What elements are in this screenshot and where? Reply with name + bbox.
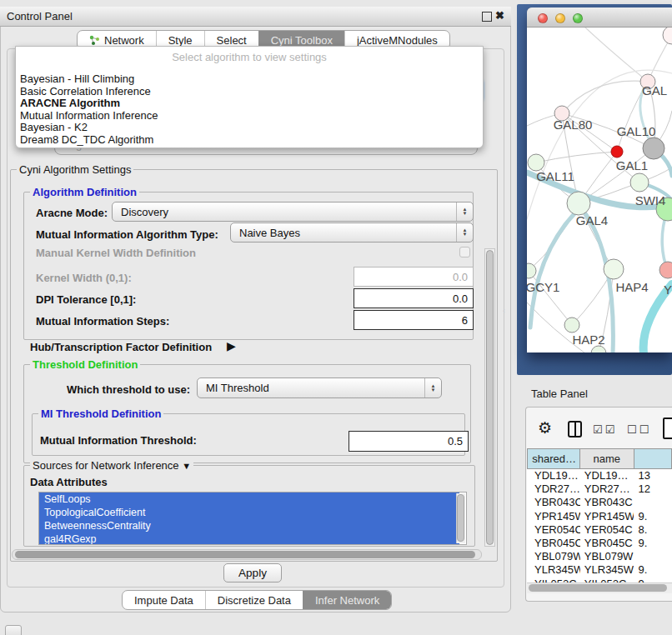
tab-infer-network[interactable]: Infer Network	[303, 591, 391, 609]
table-cell: YDR27…	[580, 482, 634, 496]
gear-icon[interactable]: ⚙	[538, 418, 552, 438]
which-threshold-select[interactable]: MI Threshold ▲▼	[197, 378, 442, 398]
table-cell: 9.	[634, 537, 672, 550]
traffic-light-zoom[interactable]	[573, 13, 583, 23]
which-threshold-label: Which threshold to use:	[67, 383, 190, 396]
table-cell: YLR345W	[580, 563, 634, 577]
dropdown-item[interactable]: Bayesian - K2	[20, 121, 88, 133]
network-node-GAL11[interactable]	[528, 154, 544, 171]
dropdown-item[interactable]: Mutual Information Inference	[20, 109, 158, 122]
node-label-GAL80: GAL80	[554, 118, 593, 132]
table-cell: YBR045C	[580, 537, 634, 550]
dpi-tolerance-input[interactable]: 0.0	[354, 288, 474, 308]
table-hscrollbar-thumb[interactable]	[529, 584, 667, 592]
tab-label: Impute Data	[134, 594, 193, 607]
manual-kernel-label: Manual Kernel Width Definition	[36, 247, 196, 259]
attribute-item[interactable]: BetweennessCentrality	[39, 519, 459, 532]
node-label-Y: Y	[664, 282, 672, 297]
attributes-list-scrollbar-thumb[interactable]	[457, 494, 464, 542]
network-node-GAL1[interactable]	[630, 173, 649, 192]
control-panel-title: Control Panel	[7, 10, 73, 22]
data-attributes-list[interactable]: SelfLoopsTopologicalCoefficientBetweenne…	[38, 492, 467, 545]
algorithm-definition-title: Algorithm Definition	[30, 186, 139, 198]
table-row[interactable]: YER054CYER054C8.	[527, 523, 672, 537]
table-row[interactable]: YBR043CYBR043C	[527, 496, 672, 509]
deselect-all-checkboxes-icon[interactable]: ☐☐	[627, 423, 651, 436]
network-node[interactable]	[611, 146, 623, 158]
attribute-item[interactable]: SelfLoops	[39, 492, 459, 506]
dropdown-item[interactable]: Dream8 DC_TDC Algorithm	[20, 133, 153, 146]
mi-threshold-input[interactable]: 0.5	[349, 431, 469, 452]
stepper-icon: ▲▼	[456, 223, 473, 242]
tab-label: Style	[168, 34, 193, 47]
stepper-icon: ▲▼	[424, 378, 441, 398]
network-node-GAL4[interactable]	[567, 192, 590, 215]
sources-collapse-arrow-icon[interactable]: ▼	[182, 461, 191, 471]
control-panel-titlebar[interactable]	[0, 7, 511, 27]
dropdown-item[interactable]: ARACNE Algorithm	[20, 97, 120, 109]
hub-section-label: Hub/Transcription Factor Definition	[30, 341, 212, 353]
table-cell: YBR043C	[527, 496, 580, 509]
table-row[interactable]: YBL079WYBL079W	[527, 550, 672, 563]
network-node-HAP4[interactable]	[604, 259, 624, 279]
bottom-left-mini-icon[interactable]	[5, 625, 22, 635]
table-row[interactable]: YLR345WYLR345W9.	[527, 563, 672, 577]
network-edge	[585, 28, 648, 82]
columns-icon[interactable]	[568, 421, 582, 438]
aracne-mode-label: Aracne Mode:	[36, 207, 108, 219]
traffic-light-minimize[interactable]	[555, 13, 565, 23]
table-cell: YBL079W	[580, 550, 634, 563]
close-panel-icon[interactable]: ✖	[495, 9, 504, 22]
table-row[interactable]: YDL19…YDL19…13	[527, 469, 672, 482]
traffic-light-close[interactable]	[538, 13, 548, 23]
table-cell: YBR045C	[527, 537, 580, 550]
network-node[interactable]	[591, 346, 606, 352]
network-window-titlebar[interactable]	[527, 8, 672, 28]
table-cell: YBR043C	[580, 496, 634, 509]
mi-steps-input[interactable]: 6	[354, 310, 474, 330]
float-window-button[interactable]	[482, 12, 492, 22]
algorithm-dropdown-popup: Select algorithm to view settings Bayesi…	[15, 46, 484, 148]
mi-threshold-group-title: MI Threshold Definition	[38, 408, 163, 420]
attribute-item[interactable]: gal4RGexp	[39, 532, 459, 545]
table-header-row: shared…name	[527, 448, 672, 469]
network-canvas[interactable]: GALGAL80GAL10GAL1GAL11GAL4SWI4GCY1HAP4YH…	[527, 28, 672, 352]
settings-hscrollbar-thumb[interactable]	[15, 551, 475, 558]
node-label-HAP2: HAP2	[572, 332, 604, 347]
sources-title-text: Sources for Network Inference	[33, 459, 179, 472]
export-table-icon[interactable]	[663, 418, 672, 439]
tab-impute-data[interactable]: Impute Data	[123, 591, 205, 609]
apply-button[interactable]: Apply	[223, 563, 282, 582]
table-row[interactable]: YPR145WYPR145W9.	[527, 510, 672, 523]
bottom-tab-bar: Impute DataDiscretize DataInfer Network	[122, 590, 392, 610]
settings-vscrollbar-thumb[interactable]	[486, 250, 494, 545]
kernel-width-input[interactable]: 0.0	[354, 267, 474, 287]
dropdown-item[interactable]: Basic Correlation Inference	[20, 85, 151, 98]
table-row[interactable]: YBR045CYBR045C9.	[527, 537, 672, 550]
network-node[interactable]	[663, 28, 672, 44]
table-cell: YDL19…	[527, 469, 580, 482]
network-node-HAP2[interactable]	[564, 318, 579, 332]
table-cell: YPR145W	[527, 510, 580, 523]
kernel-width-label: Kernel Width (0,1):	[36, 272, 132, 284]
table-row[interactable]: YDR27…YDR27…12	[527, 482, 672, 496]
network-node-Y[interactable]	[659, 262, 672, 278]
column-header[interactable]: shared…	[527, 448, 580, 469]
node-label-GAL: GAL	[642, 83, 667, 98]
table-cell: YLR345W	[527, 563, 580, 577]
mi-algorithm-type-value: Naive Bayes	[231, 227, 456, 239]
aracne-mode-select[interactable]: Discovery ▲▼	[112, 202, 474, 222]
hub-expand-arrow-icon[interactable]: ▶	[227, 339, 236, 352]
network-edge	[562, 81, 648, 113]
column-header[interactable]: name	[580, 448, 634, 469]
node-label-GAL11: GAL11	[536, 169, 574, 183]
tab-discretize-data[interactable]: Discretize Data	[205, 591, 303, 609]
select-all-checkboxes-icon[interactable]: ☑☑	[593, 423, 617, 436]
attribute-item[interactable]: TopologicalCoefficient	[39, 506, 459, 519]
column-header[interactable]	[634, 448, 672, 469]
network-node-GAL10[interactable]	[643, 138, 664, 159]
manual-kernel-checkbox[interactable]	[459, 247, 470, 258]
dropdown-item[interactable]: Bayesian - Hill Climbing	[20, 72, 134, 85]
panel-resize-handle[interactable]: ‹	[503, 307, 505, 315]
mi-algorithm-type-select[interactable]: Naive Bayes ▲▼	[230, 222, 474, 242]
